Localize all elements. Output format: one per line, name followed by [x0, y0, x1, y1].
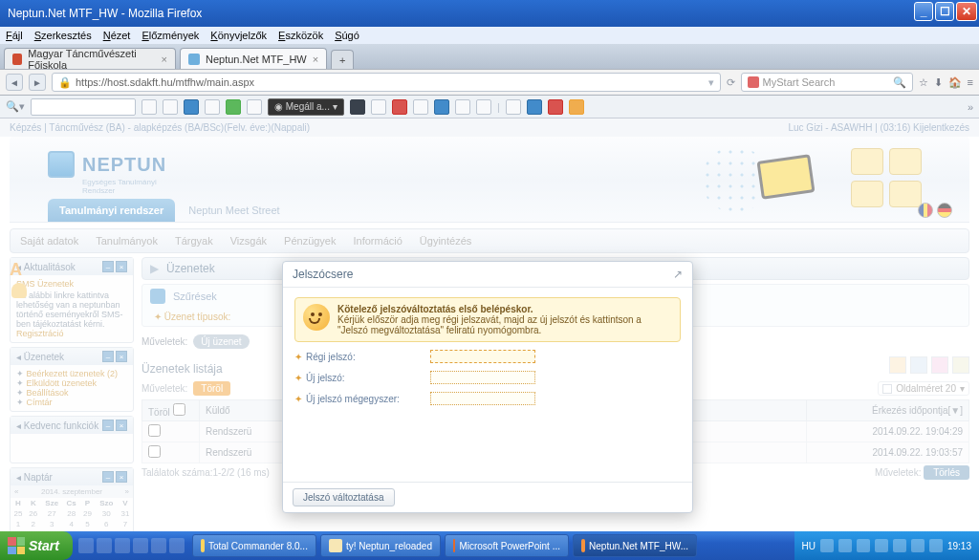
menu-bookmarks[interactable]: Könyvjelzők	[210, 30, 267, 41]
tb-icon[interactable]	[350, 99, 365, 115]
tray-icon[interactable]	[929, 539, 943, 552]
start-button[interactable]: Start	[0, 531, 73, 560]
window-close[interactable]: ✕	[956, 2, 977, 21]
start-label: Start	[29, 538, 59, 553]
form-row-old: ✦Régi jelszó:	[294, 350, 681, 363]
tab-close-icon[interactable]: ×	[313, 54, 318, 65]
menu-tools[interactable]: Eszközök	[278, 30, 323, 41]
taskbar-app[interactable]: Microsoft PowerPoint ...	[445, 534, 569, 557]
tb-icon[interactable]	[434, 99, 449, 115]
info-box: Kötelező jelszóváltoztatás első belépésk…	[294, 297, 681, 342]
label-new-password2: Új jelszó mégegyszer:	[306, 394, 430, 404]
tb-chevron-icon[interactable]: »	[968, 101, 973, 113]
tb-icon[interactable]	[413, 99, 428, 115]
tab-favicon	[12, 54, 22, 65]
addon-toolbar: 🔍▾ ◉ Megáll a... ▾ | »	[0, 96, 979, 118]
info-line1: Kötelező jelszóváltoztatás első belépésk…	[337, 304, 533, 314]
quick-launch	[78, 538, 185, 553]
taskbar-app[interactable]: ty! Neptun_reloaded	[320, 534, 441, 557]
modal-expand-icon[interactable]: ↗	[673, 268, 683, 281]
dropdown-icon[interactable]: ▾	[708, 76, 714, 89]
ql-icon[interactable]	[115, 538, 130, 553]
tab-label: Neptun.Net MTF_HW	[206, 54, 307, 65]
ql-icon[interactable]	[133, 538, 148, 553]
tray-icon[interactable]	[820, 539, 834, 552]
tb-icon[interactable]	[506, 99, 521, 115]
ql-icon[interactable]	[78, 538, 94, 553]
tb-icon[interactable]	[247, 99, 262, 115]
tray-icon[interactable]	[875, 539, 888, 552]
tb-icon[interactable]	[141, 99, 157, 115]
page-content: Képzés | Táncművész (BA) - alapképzés (B…	[0, 118, 979, 531]
search2-icon[interactable]: 🔍▾	[6, 100, 25, 113]
tray-icon[interactable]	[838, 539, 852, 552]
tab-close-icon[interactable]: ×	[162, 54, 167, 65]
reload-icon[interactable]: ⟳	[727, 76, 735, 89]
tb-icon[interactable]	[205, 99, 220, 115]
modal-title: Jelszócsere	[293, 268, 353, 281]
tray-icon[interactable]	[857, 539, 870, 552]
tb-dropdown[interactable]: ◉ Megáll a... ▾	[268, 98, 344, 116]
info-line2: Kérjük először adja meg régi jelszavát, …	[337, 314, 642, 335]
nav-back-button[interactable]: ◄	[6, 74, 23, 91]
windows-logo-icon	[8, 537, 25, 554]
ql-icon[interactable]	[97, 538, 112, 553]
tb-icon[interactable]	[455, 99, 470, 115]
tab-label: Magyar Táncművészeti Főiskola	[28, 48, 155, 71]
tb-icon[interactable]	[163, 99, 178, 115]
search-icon[interactable]: 🔍	[893, 76, 906, 89]
smiley-icon	[303, 304, 330, 331]
tray-icon[interactable]	[911, 539, 925, 552]
taskbar-app[interactable]: Total Commander 8.0...	[192, 534, 316, 557]
modal-footer: Jelszó változtatása	[283, 482, 692, 512]
ql-icon[interactable]	[151, 538, 166, 553]
tb-icon[interactable]	[371, 99, 386, 115]
menu-view[interactable]: Nézet	[103, 30, 131, 41]
downloads-icon[interactable]: ⬇	[934, 76, 943, 89]
browser-toolbar: ◄ ► 🔒 https://host.sdakft.hu/mtfhw/main.…	[0, 69, 979, 96]
tray-icon[interactable]	[893, 539, 906, 552]
search-engine-icon	[748, 76, 759, 88]
menu-edit[interactable]: Szerkesztés	[34, 30, 92, 41]
menu-file[interactable]: Fájl	[6, 30, 23, 41]
tray-clock[interactable]: 19:13	[947, 541, 971, 551]
app-menubar: Fájl Szerkesztés Nézet Előzmények Könyvj…	[0, 27, 979, 44]
tray-lang[interactable]: HU	[802, 541, 816, 551]
old-password-input[interactable]	[430, 350, 535, 363]
menu-history[interactable]: Előzmények	[141, 30, 199, 41]
toolbar-right: ☆ ⬇ 🏠 ≡	[919, 76, 973, 89]
search-placeholder: MyStart Search	[763, 76, 836, 88]
toolbar-search[interactable]	[31, 98, 136, 116]
nav-forward-button[interactable]: ►	[29, 74, 46, 91]
form-row-new2: ✦Új jelszó mégegyszer:	[294, 392, 681, 405]
new-tab-button[interactable]: +	[331, 50, 354, 69]
tb-icon[interactable]	[476, 99, 491, 115]
change-password-button[interactable]: Jelszó változtatása	[293, 488, 395, 506]
form-row-new: ✦Új jelszó:	[294, 371, 681, 384]
taskbar-app[interactable]: Neptun.Net MTF_HW...	[573, 534, 697, 557]
menu-help[interactable]: Súgó	[335, 30, 359, 41]
window-minimize[interactable]: _	[914, 2, 933, 21]
lock-icon: 🔒	[58, 76, 72, 89]
ql-icon[interactable]	[169, 538, 185, 553]
menu-icon[interactable]: ≡	[968, 76, 973, 89]
search-box[interactable]: MyStart Search 🔍	[741, 73, 913, 92]
tb-icon[interactable]	[569, 99, 584, 115]
modal-body: Kötelező jelszóváltoztatás első belépésk…	[283, 288, 692, 482]
browser-tab[interactable]: Magyar Táncművészeti Főiskola ×	[4, 48, 176, 69]
new-password2-input[interactable]	[430, 392, 535, 405]
new-password-input[interactable]	[430, 371, 535, 384]
modal-header: Jelszócsere ↗	[283, 262, 692, 288]
url-text: https://host.sdakft.hu/mtfhw/main.aspx	[76, 76, 254, 88]
browser-tab[interactable]: Neptun.Net MTF_HW ×	[180, 48, 327, 69]
tb-icon[interactable]	[184, 99, 199, 115]
tb-icon[interactable]	[527, 99, 542, 115]
window-maximize[interactable]: ☐	[935, 2, 954, 21]
tb-icon[interactable]	[548, 99, 563, 115]
home-icon[interactable]: 🏠	[948, 76, 962, 89]
label-old-password: Régi jelszó:	[306, 352, 430, 362]
tb-icon[interactable]	[226, 99, 241, 115]
address-bar[interactable]: 🔒 https://host.sdakft.hu/mtfhw/main.aspx…	[52, 73, 721, 92]
bookmark-icon[interactable]: ☆	[919, 76, 928, 89]
tb-icon[interactable]	[392, 99, 407, 115]
